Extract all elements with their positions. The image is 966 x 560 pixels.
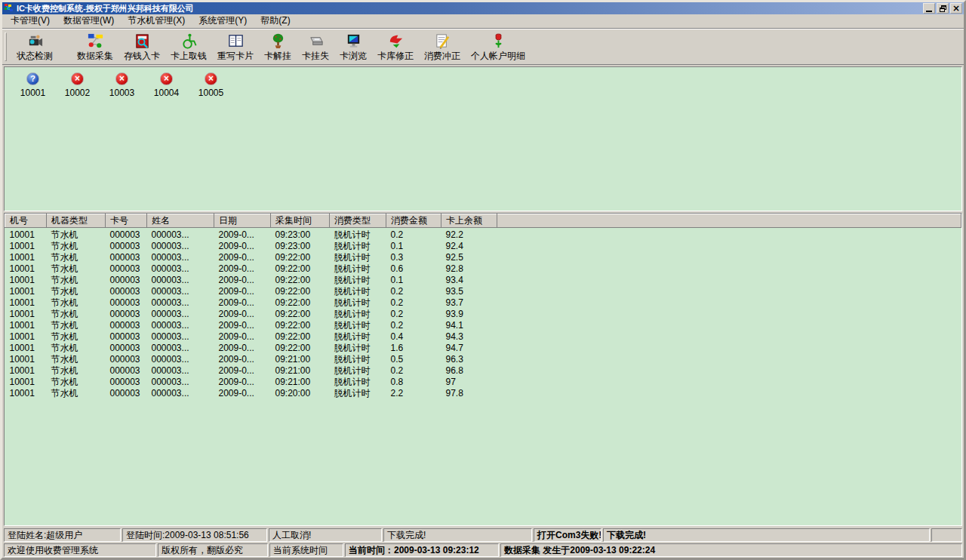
card-db-fix-label: 卡库修正	[377, 51, 414, 61]
table-cell: 09:22:00	[271, 297, 330, 309]
table-cell: 节水机	[47, 343, 106, 354]
table-cell: 96.8	[441, 365, 497, 377]
table-cell: 2009-0...	[214, 263, 271, 275]
menu-item-3[interactable]: 系统管理(Y)	[192, 13, 254, 29]
monitor-icon	[345, 32, 362, 50]
table-row[interactable]: 10001节水机000003000003...2009-0...09:22:00…	[5, 331, 961, 343]
device-item-10002[interactable]: ×10002	[55, 72, 100, 98]
table-row[interactable]: 10001节水机000003000003...2009-0...09:22:00…	[5, 275, 961, 286]
table-cell: 09:21:00	[271, 365, 330, 377]
table-cell: 0.8	[386, 377, 441, 388]
table-row[interactable]: 10001节水机000003000003...2009-0...09:21:00…	[5, 377, 961, 388]
column-header-1[interactable]: 机器类型	[47, 214, 106, 228]
table-cell: 2009-0...	[214, 228, 271, 242]
manual-cancel-message: 人工取消!	[269, 528, 382, 542]
table-row[interactable]: 10001节水机000003000003...2009-0...09:23:00…	[5, 241, 961, 252]
rewrite-card-label: 重写卡片	[217, 51, 254, 61]
column-header-6[interactable]: 消费类型	[330, 214, 386, 228]
restore-button[interactable]	[937, 3, 949, 14]
column-header-8[interactable]: 卡上余额	[441, 214, 497, 228]
close-button[interactable]: ×	[950, 3, 962, 14]
device-item-10001[interactable]: ?10001	[11, 72, 55, 98]
toolbar-gripper[interactable]	[5, 32, 7, 61]
data-collect-button[interactable]: 数据采集	[72, 32, 118, 62]
personal-account-detail-button[interactable]: 个人帐户明细	[466, 32, 531, 62]
minimize-button[interactable]	[923, 3, 935, 14]
table-cell: 09:23:00	[271, 228, 330, 242]
table-cell: 000003	[106, 377, 147, 388]
table-cell: 2009-0...	[214, 309, 271, 320]
device-item-10005[interactable]: ×10005	[189, 72, 233, 98]
table-cell: 000003...	[147, 320, 214, 331]
collect-icon	[87, 32, 104, 50]
table-cell-filler	[497, 263, 961, 275]
consume-reversal-label: 消费冲正	[424, 51, 460, 61]
column-header-7[interactable]: 消费金额	[386, 214, 441, 228]
rewrite-card-button[interactable]: 重写卡片	[212, 32, 259, 62]
close-icon: ×	[952, 4, 960, 13]
table-cell: 2009-0...	[214, 252, 271, 263]
table-cell: 000003	[106, 343, 147, 354]
menu-item-2[interactable]: 节水机管理(X)	[121, 13, 192, 29]
table-cell: 000003	[106, 309, 147, 320]
card-browse-label: 卡浏览	[340, 51, 367, 61]
column-header-5[interactable]: 采集时间	[271, 214, 330, 228]
table-cell: 节水机	[47, 365, 106, 377]
status-check-button[interactable]: 状态检测	[11, 32, 58, 62]
table-row[interactable]: 10001节水机000003000003...2009-0...09:20:00…	[5, 388, 961, 399]
table-cell: 000003...	[147, 309, 214, 320]
current-time-status: 当前时间：2009-03-13 09:23:12	[345, 543, 499, 557]
column-header-0[interactable]: 机号	[5, 214, 47, 228]
withdraw-from-card-button[interactable]: 卡上取钱	[165, 32, 212, 62]
flower-icon	[490, 32, 507, 50]
card-unfreeze-label: 卡解挂	[264, 51, 291, 61]
error-status-icon: ×	[115, 72, 128, 85]
withdraw-from-card-label: 卡上取钱	[171, 51, 207, 61]
table-row[interactable]: 10001节水机000003000003...2009-0...09:21:00…	[5, 365, 961, 377]
table-row[interactable]: 10001节水机000003000003...2009-0...09:21:00…	[5, 354, 961, 365]
device-item-10004[interactable]: ×10004	[144, 72, 189, 98]
table-row[interactable]: 10001节水机000003000003...2009-0...09:22:00…	[5, 309, 961, 320]
card-db-fix-button[interactable]: 卡库修正	[372, 32, 419, 62]
table-cell: 0.2	[386, 297, 441, 309]
card-browse-button[interactable]: 卡浏览	[334, 32, 372, 62]
table-cell: 000003	[106, 365, 147, 377]
menu-item-4[interactable]: 帮助(Z)	[254, 13, 297, 29]
table-cell: 2009-0...	[214, 275, 271, 286]
table-cell: 节水机	[47, 263, 106, 275]
card-report-loss-button[interactable]: 卡挂失	[297, 32, 334, 62]
table-cell: 000003...	[147, 354, 214, 365]
column-header-4[interactable]: 日期	[214, 214, 271, 228]
table-cell: 94.1	[441, 320, 497, 331]
table-cell: 10001	[5, 365, 47, 377]
card-unfreeze-button[interactable]: 卡解挂	[259, 32, 297, 62]
table-cell: 2009-0...	[214, 331, 271, 343]
table-cell: 09:22:00	[271, 263, 330, 275]
com3-open-failed-message: 打开Com3失败!	[534, 528, 601, 542]
table-cell: 节水机	[47, 241, 106, 252]
wheelchair-icon	[180, 32, 198, 50]
column-header-2[interactable]: 卡号	[106, 214, 147, 228]
table-cell: 000003	[106, 331, 147, 343]
deposit-to-card-button[interactable]: 存钱入卡	[118, 32, 165, 62]
table-row[interactable]: 10001节水机000003000003...2009-0...09:22:00…	[5, 286, 961, 297]
table-cell: 09:22:00	[271, 275, 330, 286]
table-row[interactable]: 10001节水机000003000003...2009-0...09:22:00…	[5, 297, 961, 309]
column-header-3[interactable]: 姓名	[147, 214, 214, 228]
table-row[interactable]: 10001节水机000003000003...2009-0...09:22:00…	[5, 263, 961, 275]
device-status-pane: ?10001×10002×10003×10004×10005	[4, 66, 962, 211]
table-row[interactable]: 10001节水机000003000003...2009-0...09:23:00…	[5, 228, 961, 242]
table-cell-filler	[497, 343, 961, 354]
menu-item-0[interactable]: 卡管理(V)	[4, 13, 57, 29]
table-row[interactable]: 10001节水机000003000003...2009-0...09:22:00…	[5, 343, 961, 354]
table-cell: 000003	[106, 275, 147, 286]
table-cell: 10001	[5, 354, 47, 365]
consume-reversal-button[interactable]: 消费冲正	[419, 32, 466, 62]
table-cell: 10001	[5, 388, 47, 399]
table-cell-filler	[497, 354, 961, 365]
menu-item-1[interactable]: 数据管理(W)	[57, 13, 121, 29]
table-row[interactable]: 10001节水机000003000003...2009-0...09:22:00…	[5, 320, 961, 331]
device-item-10003[interactable]: ×10003	[100, 72, 144, 98]
table-row[interactable]: 10001节水机000003000003...2009-0...09:22:00…	[5, 252, 961, 263]
table-cell: 10001	[5, 275, 47, 286]
